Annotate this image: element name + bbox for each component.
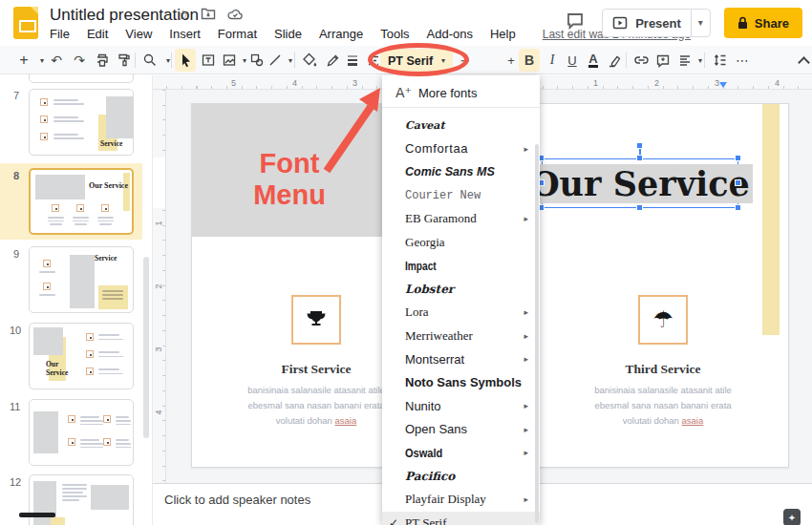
- present-dropdown[interactable]: ▾: [691, 10, 710, 36]
- first-service-icon-box[interactable]: [291, 295, 341, 345]
- more-fonts-label: More fonts: [418, 86, 477, 100]
- third-service-body[interactable]: banisinaia salanasile atasanit atile ebe…: [572, 383, 754, 429]
- underline-button[interactable]: U: [562, 49, 583, 72]
- resize-handle-s[interactable]: [636, 204, 643, 211]
- font-item-nunito[interactable]: Nunito▸: [382, 394, 540, 417]
- font-item-montserrat[interactable]: Montserrat▸: [382, 347, 540, 370]
- ruler-corner: [153, 76, 166, 90]
- select-tool-button[interactable]: [175, 49, 196, 72]
- font-item-comfortaa[interactable]: Comfortaa▸: [382, 137, 540, 160]
- star-icon[interactable]: ☆: [177, 7, 189, 24]
- menu-file[interactable]: File: [50, 27, 70, 41]
- present-button[interactable]: Present ▾: [602, 9, 711, 37]
- present-label: Present: [635, 16, 681, 31]
- first-service-body[interactable]: banisinaia salanasile atasanit atile ebe…: [225, 383, 407, 429]
- italic-button[interactable]: I: [542, 49, 563, 72]
- print-button[interactable]: [92, 49, 113, 72]
- title-selection-box[interactable]: Our Service: [542, 158, 738, 208]
- text-color-button[interactable]: A: [583, 49, 604, 72]
- first-service-link[interactable]: asaia: [335, 415, 357, 426]
- third-service-title[interactable]: Third Service: [577, 362, 749, 377]
- submenu-arrow-icon: ▸: [524, 331, 528, 341]
- text-box-button[interactable]: [198, 49, 219, 72]
- more-options-button[interactable]: ⋯: [732, 49, 753, 72]
- resize-handle-se[interactable]: [735, 204, 741, 211]
- menu-insert[interactable]: Insert: [169, 27, 201, 41]
- share-label: Share: [755, 16, 789, 31]
- menu-slide[interactable]: Slide: [274, 27, 302, 41]
- font-item-noto-sans-symbols[interactable]: Noto Sans Symbols: [382, 371, 540, 394]
- font-menu-scrollbar[interactable]: [535, 144, 539, 523]
- collapse-menus-button[interactable]: [793, 49, 812, 72]
- font-item-eb-garamond[interactable]: EB Garamond▸: [382, 207, 540, 230]
- filmstrip-scrollbar[interactable]: [143, 257, 149, 438]
- submenu-arrow-icon: ▸: [524, 425, 528, 434]
- share-button[interactable]: Share: [724, 8, 802, 38]
- align-dropdown[interactable]: ▾: [690, 49, 711, 72]
- font-item-comic-sans[interactable]: Comic Sans MS: [382, 160, 540, 183]
- resize-handle-ne[interactable]: [735, 155, 741, 161]
- undo-button[interactable]: ↶: [46, 49, 67, 72]
- font-item-georgia[interactable]: Georgia: [382, 231, 540, 254]
- font-item-merriweather[interactable]: Merriweather▸: [382, 325, 540, 347]
- menu-format[interactable]: Format: [218, 27, 257, 41]
- add-comment-button[interactable]: [652, 49, 673, 72]
- slides-logo[interactable]: [13, 7, 38, 39]
- menu-view[interactable]: View: [125, 27, 152, 41]
- more-fonts-item[interactable]: A⁺ More fonts: [382, 81, 540, 104]
- insert-link-button[interactable]: [630, 49, 652, 72]
- font-item-pt-serif[interactable]: ✓PT Serif: [382, 512, 540, 525]
- highlight-color-button[interactable]: [604, 49, 625, 72]
- third-service-link[interactable]: asaia: [682, 415, 704, 426]
- font-item-playfair-display[interactable]: Playfair Display▸: [382, 488, 540, 511]
- font-item-caveat[interactable]: Caveat: [382, 114, 540, 136]
- slide-number: 10: [10, 325, 21, 336]
- speaker-notes-placeholder[interactable]: Click to add speaker notes: [164, 493, 310, 507]
- menu-tools[interactable]: Tools: [380, 27, 409, 41]
- slide-title[interactable]: Our Service: [527, 164, 753, 203]
- font-family-selector[interactable]: PT Serif ▾: [380, 49, 453, 73]
- third-service-icon-box[interactable]: ☂: [638, 295, 688, 345]
- border-color-button[interactable]: [322, 49, 343, 72]
- paint-format-button[interactable]: [114, 49, 135, 72]
- font-item-lobster[interactable]: Lobster: [382, 278, 540, 301]
- explore-button[interactable]: ✦: [783, 509, 801, 525]
- slide-thumbnail-7[interactable]: Service: [29, 89, 134, 156]
- font-item-oswald[interactable]: Oswald▸: [382, 441, 540, 464]
- font-item-impact[interactable]: Impact: [382, 254, 540, 277]
- border-weight-button[interactable]: [342, 49, 363, 72]
- menu-addons[interactable]: Add-ons: [427, 27, 473, 41]
- slide-thumbnail-9[interactable]: Service: [29, 246, 134, 313]
- menu-edit[interactable]: Edit: [87, 27, 108, 41]
- first-service-title[interactable]: First Service: [230, 362, 402, 377]
- vertical-ruler[interactable]: [153, 90, 166, 525]
- slide-thumbnail-10[interactable]: Our Service: [29, 323, 134, 389]
- menu-divider: [382, 107, 540, 108]
- rotation-handle[interactable]: [636, 142, 643, 149]
- font-item-courier-new[interactable]: Courier New: [382, 184, 540, 207]
- font-item-open-sans[interactable]: Open Sans▸: [382, 418, 540, 441]
- slide-thumbnail-12[interactable]: [29, 474, 134, 525]
- resize-handle-n[interactable]: [636, 155, 643, 161]
- submenu-arrow-icon: ▸: [524, 307, 528, 317]
- cloud-status-icon: [227, 7, 244, 24]
- filmstrip-horizontal-scrollbar[interactable]: [19, 513, 55, 517]
- redo-button[interactable]: ↷: [69, 49, 90, 72]
- font-item-lora[interactable]: Lora▸: [382, 301, 540, 324]
- move-to-folder-icon[interactable]: [201, 7, 216, 24]
- decrease-font-button[interactable]: −: [455, 49, 476, 72]
- line-dropdown[interactable]: ▾: [280, 49, 301, 72]
- font-dropdown-caret: ▾: [441, 56, 445, 65]
- slide-thumbnail-11[interactable]: [29, 399, 134, 466]
- line-spacing-button[interactable]: [709, 49, 730, 72]
- font-item-pacifico[interactable]: Pacifico: [382, 465, 540, 488]
- resize-handle-e[interactable]: [735, 179, 741, 186]
- submenu-arrow-icon: ▸: [524, 494, 528, 504]
- comments-icon[interactable]: [566, 12, 585, 33]
- menu-help[interactable]: Help: [490, 27, 516, 41]
- indent-marker[interactable]: [719, 82, 727, 88]
- slide-thumbnail-8[interactable]: Our Service: [29, 168, 134, 235]
- menu-arrange[interactable]: Arrange: [319, 27, 363, 41]
- bold-button[interactable]: B: [519, 49, 540, 72]
- fill-color-button[interactable]: [299, 49, 320, 72]
